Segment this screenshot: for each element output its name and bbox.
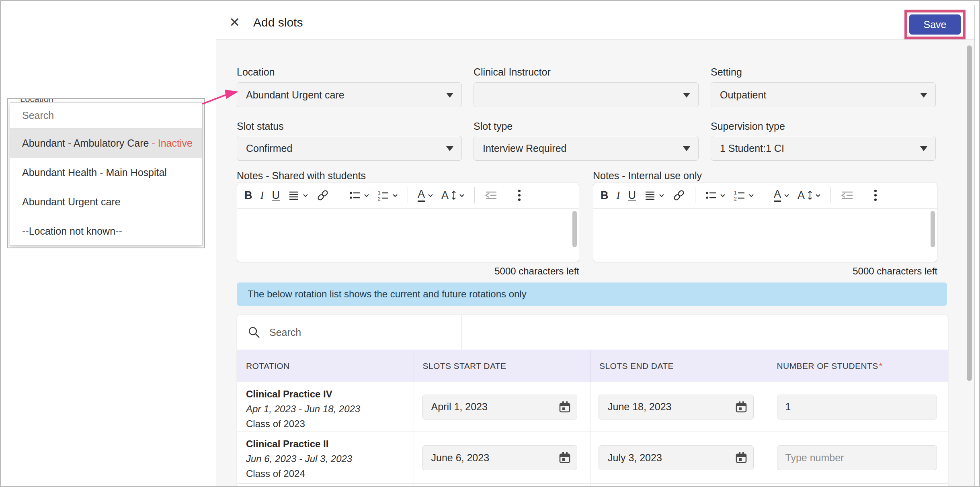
calendar-icon[interactable] [736,452,747,464]
text-color-icon[interactable]: A [418,189,433,202]
chevron-down-icon [683,93,690,98]
column-header-students-text: NUMBER OF STUDENTS [777,361,878,371]
notes-internal-toolbar: B I U 12 [593,182,937,209]
text-color-icon[interactable]: A [774,189,789,202]
slot-status-select[interactable]: Confirmed [237,136,462,161]
table-row: Clinical Practice II Jun 6, 2023 - Jul 3… [237,432,948,484]
end-date-value: July 3, 2023 [608,452,662,464]
indent-icon[interactable] [841,189,854,201]
inactive-badge: - Inactive [149,137,192,149]
underline-icon[interactable]: U [628,190,636,201]
location-select[interactable]: Abundant Urgent care [237,82,462,107]
clinical-instructor-label: Clinical Instructor [474,66,551,78]
location-value: Abundant Urgent care [246,89,344,101]
end-date-value: June 18, 2023 [608,401,671,413]
toolbar-divider [408,187,408,203]
location-option[interactable]: --Location not known-- [10,217,202,246]
number-of-students-input[interactable]: 1 [777,395,937,419]
info-banner: The below rotation list shows the curren… [237,282,947,306]
bullet-list-icon[interactable] [705,189,726,201]
align-icon[interactable] [644,189,664,201]
table-row: Clinical Practice IV Apr 1, 2023 - Jun 1… [237,382,948,432]
rotation-class: Class of 2023 [246,418,360,430]
slot-status-label: Slot status [237,121,284,132]
start-date-input[interactable]: April 1, 2023 [422,395,577,419]
table-search-row: Search [237,315,948,350]
location-option[interactable]: Abundant Urgent care [10,187,202,217]
calendar-icon[interactable] [559,401,570,413]
editor-scrollbar[interactable] [572,211,577,247]
toolbar-divider [864,187,864,203]
editor-scrollbar[interactable] [931,211,935,247]
screenshot-root: ✕ Add slots Save Location Abundant Urgen… [0,0,980,487]
italic-icon[interactable]: I [260,190,264,201]
text-size-icon[interactable]: A [441,190,465,201]
italic-icon[interactable]: I [617,190,620,201]
rotation-dates: Jun 6, 2023 - Jul 3, 2023 [246,453,352,464]
end-date-cell [590,484,768,487]
modal-header: ✕ Add slots Save [216,5,974,40]
bold-icon[interactable]: B [601,190,609,201]
notes-internal-textarea[interactable] [593,209,937,262]
students-placeholder: Type number [785,452,844,464]
start-date-cell [414,484,591,487]
chevron-down-icon [446,146,453,151]
rotation-search-input[interactable]: Search [237,315,462,350]
end-date-input[interactable]: June 18, 2023 [599,395,754,419]
location-search-input[interactable]: Search [10,103,202,129]
toolbar-divider [695,187,695,203]
calendar-icon[interactable] [736,401,747,413]
rotation-cell: Clinical Practice II Jun 6, 2023 - Jul 3… [237,432,414,483]
underline-icon[interactable]: U [272,190,280,201]
location-label: Location [237,66,275,78]
chevron-down-icon [920,146,927,151]
setting-select[interactable]: Outpatient [711,82,936,107]
info-banner-text: The below rotation list shows the curren… [248,289,527,300]
text-size-icon[interactable]: A [798,190,821,201]
save-button[interactable]: Save [909,14,961,35]
location-option[interactable]: Abundant - Ambulatory Care - Inactive [10,129,202,158]
slot-type-label: Slot type [474,121,513,132]
column-header-start-date: SLOTS START DATE [414,350,591,382]
clinical-instructor-select[interactable] [474,82,699,107]
location-popover-frame: Location Search Abundant - Ambulatory Ca… [7,98,205,248]
start-date-input[interactable]: June 6, 2023 [422,445,577,470]
svg-text:1: 1 [378,190,381,196]
column-header-rotation: ROTATION [237,350,414,382]
more-options-icon[interactable] [874,188,877,202]
end-date-input[interactable]: July 3, 2023 [599,445,754,470]
rotation-cell: Clinical Practice IV Apr 1, 2023 - Jun 1… [237,382,414,432]
search-placeholder: Search [269,327,301,338]
link-icon[interactable] [316,189,329,202]
bold-icon[interactable]: B [244,190,252,201]
align-icon[interactable] [288,189,308,201]
toolbar-divider [339,187,339,203]
modal-scrollbar[interactable] [967,45,972,381]
notes-shared-label: Notes - Shared with students [237,170,366,182]
rotation-cell [237,484,414,487]
number-of-students-input[interactable]: Type number [777,445,937,470]
numbered-list-icon[interactable]: 12 [734,189,754,201]
location-option[interactable]: Abundant Health - Main Hospital [10,158,202,187]
supervision-type-select[interactable]: 1 Student:1 CI [711,136,936,161]
slot-type-select[interactable]: Interview Required [474,136,699,161]
start-date-cell: April 1, 2023 [414,382,591,432]
search-icon [248,326,260,339]
location-dropdown-panel: Search Abundant - Ambulatory Care - Inac… [10,102,203,246]
students-cell: 1 [768,382,948,432]
chevron-down-icon [446,93,453,98]
rotation-name: Clinical Practice II [246,438,352,450]
chevron-down-icon [683,146,690,151]
calendar-icon[interactable] [559,452,570,464]
students-cell: Type number [768,432,948,483]
close-icon[interactable]: ✕ [229,15,240,29]
numbered-list-icon[interactable]: 12 [377,189,398,201]
table-row [237,484,948,487]
start-date-cell: June 6, 2023 [414,432,591,483]
rotation-dates: Apr 1, 2023 - Jun 18, 2023 [246,403,360,415]
more-options-icon[interactable] [518,188,521,202]
notes-shared-textarea[interactable] [237,209,579,262]
bullet-list-icon[interactable] [349,189,369,201]
indent-icon[interactable] [484,189,498,201]
link-icon[interactable] [672,189,685,202]
